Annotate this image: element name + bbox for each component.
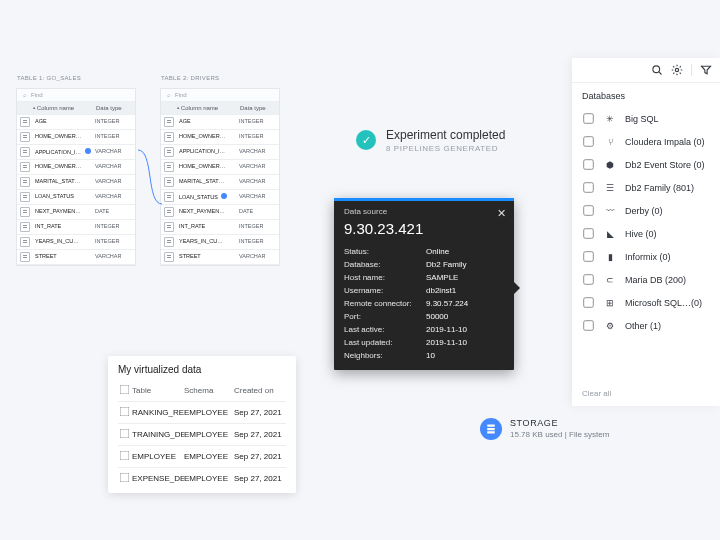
datasource-row: Last active:2019-11-10 — [334, 323, 514, 336]
column-row[interactable]: MARITAL_STAT…VARCHAR — [17, 175, 135, 190]
column-name: MARITAL_STAT… — [177, 175, 237, 189]
database-item[interactable]: ⊂Maria DB (200) — [572, 268, 720, 291]
column-row[interactable]: LOAN_STATUSVARCHAR — [17, 190, 135, 205]
column-row[interactable]: INT_RATEINTEGER — [17, 220, 135, 235]
svg-point-1 — [675, 68, 678, 71]
search-icon: ⌕ — [167, 92, 171, 98]
column-row[interactable]: MARITAL_STAT…VARCHAR — [161, 175, 279, 190]
datasource-card: Data source ✕ 9.30.23.421 Status:OnlineD… — [334, 198, 514, 370]
column-row[interactable]: HOME_OWNER…INTEGER — [17, 130, 135, 145]
row-checkbox[interactable] — [120, 451, 130, 461]
database-item[interactable]: ⑂Cloudera Impala (0) — [572, 130, 720, 153]
ds-key: Last active: — [344, 325, 426, 334]
column-row[interactable]: STREETVARCHAR — [161, 250, 279, 265]
gear-icon[interactable] — [671, 64, 683, 76]
column-row[interactable]: STREETVARCHAR — [17, 250, 135, 265]
database-checkbox[interactable] — [583, 159, 593, 169]
datasource-ip: 9.30.23.421 — [334, 220, 514, 245]
storage-title: STORAGE — [510, 418, 609, 428]
database-checkbox[interactable] — [583, 113, 593, 123]
database-item[interactable]: ▮Informix (0) — [572, 245, 720, 268]
database-icon: ⑂ — [603, 137, 617, 147]
ds-value: Db2 Family — [426, 260, 466, 269]
row-checkbox[interactable] — [120, 429, 130, 439]
column-type: DATE — [93, 205, 135, 219]
vd-created: Sep 27, 2021 — [234, 408, 286, 417]
table-row[interactable]: EXPENSE_DETAILEMPLOYEESep 27, 2021 — [118, 468, 286, 489]
column-icon — [20, 252, 30, 262]
column-row[interactable]: HOME_OWNER…VARCHAR — [161, 160, 279, 175]
database-label: Hive (0) — [625, 229, 657, 239]
column-type: VARCHAR — [237, 190, 279, 204]
ds-value: 50000 — [426, 312, 448, 321]
column-icon — [20, 162, 30, 172]
database-checkbox[interactable] — [583, 251, 593, 261]
column-icon — [20, 192, 30, 202]
panel-toolbar — [572, 58, 720, 83]
table-row[interactable]: RANKING_RESULTSEMPLOYEESep 27, 2021 — [118, 402, 286, 424]
column-type: VARCHAR — [237, 250, 279, 264]
database-label: Informix (0) — [625, 252, 671, 262]
column-icon — [20, 177, 30, 187]
vd-table-name: TRAINING_DETAILS — [132, 430, 184, 439]
database-item[interactable]: ⚙Other (1) — [572, 314, 720, 337]
column-row[interactable]: APPLICATION_I…VARCHAR — [161, 145, 279, 160]
database-item[interactable]: ⬢Db2 Event Store (0) — [572, 153, 720, 176]
database-checkbox[interactable] — [583, 320, 593, 330]
ds-key: Username: — [344, 286, 426, 295]
virtualized-header: Table Schema Created on — [118, 380, 286, 402]
column-type: INTEGER — [93, 115, 135, 129]
database-item[interactable]: ⊞Microsoft SQL…(0) — [572, 291, 720, 314]
schema-table-1-search[interactable]: ⌕ Find — [17, 89, 135, 102]
databases-section-label: Databases — [572, 83, 720, 107]
column-type: DATE — [237, 205, 279, 219]
column-row[interactable]: AGEINTEGER — [161, 115, 279, 130]
row-checkbox[interactable] — [120, 473, 130, 483]
column-row[interactable]: LOAN_STATUS VARCHAR — [161, 190, 279, 205]
database-checkbox[interactable] — [583, 297, 593, 307]
database-checkbox[interactable] — [583, 205, 593, 215]
datasource-row: Last updated:2019-11-10 — [334, 336, 514, 349]
database-checkbox[interactable] — [583, 274, 593, 284]
column-row[interactable]: APPLICATION_I… VARCHAR — [17, 145, 135, 160]
database-icon: ⚙ — [603, 321, 617, 331]
column-name: INT_RATE — [33, 220, 93, 234]
row-checkbox[interactable] — [120, 407, 130, 417]
column-row[interactable]: INT_RATEINTEGER — [161, 220, 279, 235]
column-name: AGE — [33, 115, 93, 129]
select-all-checkbox[interactable] — [120, 385, 130, 395]
column-row[interactable]: AGEINTEGER — [17, 115, 135, 130]
database-icon: ◣ — [603, 229, 617, 239]
database-checkbox[interactable] — [583, 228, 593, 238]
column-row[interactable]: YEARS_IN_CU…INTEGER — [161, 235, 279, 250]
filter-icon[interactable] — [700, 64, 712, 76]
column-row[interactable]: YEARS_IN_CU…INTEGER — [17, 235, 135, 250]
database-checkbox[interactable] — [583, 136, 593, 146]
schema-table-2-title: Table 2: DRIVERS — [161, 75, 219, 81]
table-row[interactable]: TRAINING_DETAILSEMPLOYEESep 27, 2021 — [118, 424, 286, 446]
schema-table-1-title: Table 1: GO_SALES — [17, 75, 81, 81]
database-item[interactable]: ◣Hive (0) — [572, 222, 720, 245]
column-name: APPLICATION_I… — [33, 145, 93, 159]
key-indicator-icon — [221, 193, 227, 199]
ds-key: Remote connector: — [344, 299, 426, 308]
database-item[interactable]: 〰Derby (0) — [572, 199, 720, 222]
database-checkbox[interactable] — [583, 182, 593, 192]
database-item[interactable]: ☰Db2 Family (801) — [572, 176, 720, 199]
search-icon[interactable] — [651, 64, 663, 76]
column-row[interactable]: HOME_OWNER…VARCHAR — [17, 160, 135, 175]
column-row[interactable]: NEXT_PAYMEN…DATE — [161, 205, 279, 220]
clear-all-button[interactable]: Clear all — [572, 381, 720, 406]
schema-table-2-search[interactable]: ⌕ Find — [161, 89, 279, 102]
close-icon[interactable]: ✕ — [497, 207, 506, 220]
column-row[interactable]: HOME_OWNER…INTEGER — [161, 130, 279, 145]
column-name: APPLICATION_I… — [177, 145, 237, 159]
column-row[interactable]: NEXT_PAYMEN…DATE — [17, 205, 135, 220]
experiment-subtitle: 8 PIPELINES GENERATED — [386, 144, 505, 153]
database-label: Other (1) — [625, 321, 661, 331]
table-row[interactable]: EMPLOYEEEMPLOYEESep 27, 2021 — [118, 446, 286, 468]
database-item[interactable]: ✳Big SQL — [572, 107, 720, 130]
column-name: INT_RATE — [177, 220, 237, 234]
database-label: Maria DB (200) — [625, 275, 686, 285]
vd-schema: EMPLOYEE — [184, 474, 234, 483]
